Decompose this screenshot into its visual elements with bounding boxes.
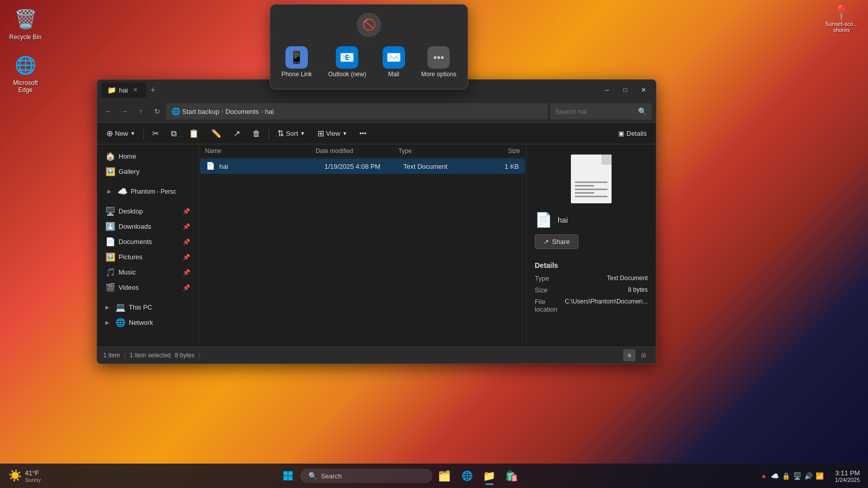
- explorer-tab[interactable]: 📁 hai ✕: [101, 82, 146, 98]
- tray-arrow-icon[interactable]: 🔺: [759, 471, 769, 481]
- maximize-button[interactable]: □: [617, 84, 633, 96]
- videos-icon: 🎬: [105, 283, 114, 292]
- list-view-button[interactable]: ≡: [623, 349, 635, 361]
- share-app-phone-link[interactable]: 📱 Phone Link: [278, 43, 315, 81]
- up-button[interactable]: ↑: [134, 104, 148, 118]
- rename-button[interactable]: ✏️: [206, 126, 226, 141]
- sidebar-item-phantom[interactable]: ▶ ☁️ Phantom - Persc: [99, 184, 196, 199]
- sidebar-item-music[interactable]: 🎵 Music 📌: [99, 265, 196, 280]
- desktop-icon-recycle-bin[interactable]: 🗑️ Recycle Bin: [5, 5, 46, 43]
- preview-line-2: [575, 185, 594, 187]
- start-button[interactable]: [278, 466, 298, 486]
- outlook-icon: 📧: [336, 46, 358, 69]
- detail-file-type-icon: 📄: [535, 211, 553, 228]
- sidebar-item-home[interactable]: 🏠 Home: [99, 149, 196, 164]
- delete-icon: 🗑: [252, 129, 261, 138]
- edge-label: Microsoft Edge: [7, 79, 44, 94]
- more-toolbar-button[interactable]: •••: [355, 127, 372, 140]
- share-app-outlook[interactable]: 📧 Outlook (new): [325, 43, 369, 81]
- detail-share-icon: ↗: [543, 238, 549, 246]
- table-row[interactable]: 📄 hai 1/19/2025 4:08 PM Text Document 1 …: [200, 159, 525, 174]
- sidebar-item-downloads[interactable]: ⬇️ Downloads 📌: [99, 219, 196, 234]
- type-value: Text Document: [607, 274, 648, 282]
- toolbar-separator-1: [143, 128, 144, 140]
- share-app-mail[interactable]: ✉️ Mail: [380, 43, 408, 81]
- this-pc-icon: 💻: [115, 302, 125, 312]
- widget-text: Sunset-sco...shores: [825, 21, 858, 33]
- tray-cloud-icon[interactable]: ☁️: [770, 471, 780, 481]
- sidebar-downloads-label: Downloads: [119, 223, 151, 230]
- share-app-more-options[interactable]: ••• More options: [418, 43, 459, 81]
- copy-button[interactable]: ⧉: [166, 127, 182, 141]
- breadcrumb-sep-2: ›: [261, 108, 263, 115]
- datetime-widget[interactable]: 3:11 PM 1/24/2025: [831, 468, 864, 484]
- cut-button[interactable]: ✂: [147, 126, 164, 141]
- desktop-pin-icon: 📌: [183, 208, 190, 215]
- edge-icon: 🌐: [13, 53, 38, 77]
- copy-icon: ⧉: [171, 129, 177, 138]
- sidebar-item-network[interactable]: ▶ 🌐 Network: [99, 315, 196, 330]
- detail-share-button[interactable]: ↗ Share: [535, 234, 578, 249]
- refresh-button[interactable]: ↻: [150, 104, 164, 118]
- back-button[interactable]: ←: [101, 104, 115, 118]
- file-preview-icon: [571, 155, 612, 203]
- sidebar-item-this-pc[interactable]: ▶ 💻 This PC: [99, 300, 196, 315]
- tray-display-icon[interactable]: 🖥️: [792, 471, 802, 481]
- details-panel: 📄 hai ↗ Share Details Type Text Document…: [526, 144, 656, 347]
- sidebar-item-videos[interactable]: 🎬 Videos 📌: [99, 280, 196, 295]
- column-header-date[interactable]: Date modified: [315, 147, 398, 155]
- detail-share-label: Share: [552, 238, 570, 246]
- mail-label: Mail: [388, 71, 399, 78]
- paste-icon: 📋: [189, 129, 199, 138]
- details-button[interactable]: ▣ Details: [613, 127, 652, 140]
- column-header-type[interactable]: Type: [398, 147, 481, 155]
- tab-label: hai: [119, 86, 128, 94]
- breadcrumb-part-3: hai: [265, 108, 274, 115]
- taskbar-app-file-manager[interactable]: 🗂️: [435, 466, 455, 486]
- location-label: File location: [535, 298, 565, 313]
- tab-add-button[interactable]: +: [146, 84, 160, 97]
- tray-volume-icon[interactable]: 🔊: [803, 471, 814, 481]
- paste-button[interactable]: 📋: [184, 126, 204, 141]
- weather-widget[interactable]: ☀️ 41°F Sunny: [4, 467, 45, 485]
- sidebar-desktop-label: Desktop: [119, 207, 143, 215]
- file-date: 1/19/2025 4:08 PM: [325, 163, 403, 170]
- more-options-label: More options: [421, 71, 456, 78]
- breadcrumb[interactable]: 🌐 Start backup › Documents › hai: [166, 103, 548, 119]
- forward-button[interactable]: →: [118, 104, 132, 118]
- minimize-button[interactable]: ─: [599, 84, 615, 96]
- size-value: 8 bytes: [628, 286, 648, 294]
- explorer-window: 📁 hai ✕ + ─ □ ✕ ← → ↑ ↻ 🌐 Start backup ›…: [97, 79, 656, 364]
- search-bar[interactable]: 🔍: [550, 103, 652, 119]
- sidebar-pictures-label: Pictures: [119, 253, 142, 261]
- share-toolbar-button[interactable]: ↗: [228, 126, 245, 141]
- taskbar-app-edge-store[interactable]: 🛍️: [502, 466, 522, 486]
- view-button[interactable]: ⊞ View ▼: [312, 126, 353, 141]
- browser-icon: 🌐: [461, 470, 473, 481]
- delete-button[interactable]: 🗑: [247, 127, 266, 141]
- tab-close-button[interactable]: ✕: [131, 85, 140, 95]
- sidebar-network-label: Network: [129, 319, 153, 326]
- tray-network-icon[interactable]: 🔒: [781, 471, 791, 481]
- file-manager-icon: 🗂️: [438, 470, 451, 482]
- sidebar-item-gallery[interactable]: 🖼️ Gallery: [99, 164, 196, 179]
- preview-lines: [571, 175, 612, 203]
- time-display: 3:11 PM: [835, 469, 860, 477]
- taskbar-app-browser[interactable]: 🌐: [457, 466, 477, 486]
- grid-view-button[interactable]: ⊞: [638, 349, 650, 361]
- taskbar-app-folder[interactable]: 📁: [479, 466, 500, 486]
- close-button[interactable]: ✕: [635, 84, 652, 96]
- taskbar-search[interactable]: 🔍 Search: [300, 469, 432, 483]
- column-header-size[interactable]: Size: [481, 147, 520, 155]
- sidebar-this-pc-label: This PC: [129, 303, 152, 311]
- column-header-name[interactable]: Name: [205, 147, 315, 155]
- sidebar-item-pictures[interactable]: 🖼️ Pictures 📌: [99, 250, 196, 264]
- search-input[interactable]: [555, 108, 635, 115]
- sort-button[interactable]: ⇅ Sort ▼: [272, 126, 310, 141]
- detail-filename-row: 📄 hai: [535, 211, 648, 228]
- sidebar-item-desktop[interactable]: 🖥️ Desktop 📌: [99, 204, 196, 219]
- sidebar-item-documents[interactable]: 📄 Documents 📌: [99, 234, 196, 249]
- new-button[interactable]: ⊕ New ▼: [101, 126, 140, 141]
- tray-wifi-icon[interactable]: 📶: [815, 471, 825, 481]
- desktop-icon-edge[interactable]: 🌐 Microsoft Edge: [5, 51, 46, 96]
